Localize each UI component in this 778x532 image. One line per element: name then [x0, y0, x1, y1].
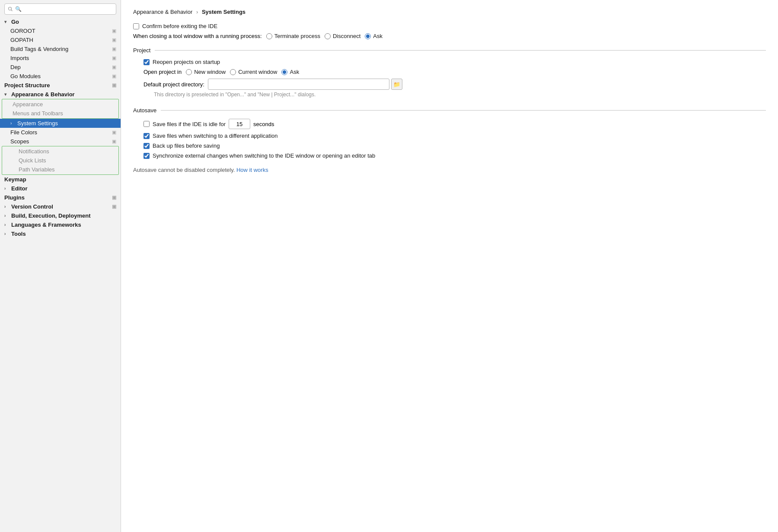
sidebar-item-scopes[interactable]: Scopes▣ [0, 137, 121, 146]
sidebar-item-path-variables[interactable]: Path Variables [2, 165, 118, 174]
ask2-option: Ask [281, 69, 299, 75]
sidebar-item-label: Plugins [4, 194, 25, 201]
save-switch-row: Save files when switching to a different… [143, 133, 766, 139]
sidebar-item-goroot[interactable]: GOROOT▣ [0, 26, 121, 35]
backup-label[interactable]: Back up files before saving [153, 142, 220, 149]
save-switch-checkbox[interactable] [143, 133, 150, 139]
confirm-exit-label[interactable]: Confirm before exiting the IDE [142, 23, 217, 29]
sidebar-item-editor[interactable]: › Editor [0, 184, 121, 193]
arrow-icon: ▾ [4, 19, 10, 24]
ask-option: Ask [365, 33, 383, 39]
sidebar-item-menus-toolbars[interactable]: Menus and Toolbars [2, 109, 118, 118]
sidebar-item-build-tags[interactable]: Build Tags & Vendoring▣ [0, 44, 121, 54]
sidebar-items: ▾ GoGOROOT▣GOPATH▣Build Tags & Vendoring… [0, 17, 121, 238]
project-settings: Reopen projects on startup Open project … [133, 59, 766, 98]
sidebar-item-plugins[interactable]: Plugins▣ [0, 193, 121, 202]
default-dir-label: Default project directory: [143, 81, 204, 88]
browse-dir-button[interactable]: 📁 [391, 79, 402, 90]
current-window-option: Current window [230, 69, 277, 75]
sidebar-item-go-modules[interactable]: Go Modules▣ [0, 72, 121, 81]
arrow-icon: › [4, 222, 10, 227]
sidebar-item-label: Project Structure [4, 82, 50, 89]
confirm-exit-checkbox[interactable] [133, 23, 139, 29]
terminate-label[interactable]: Terminate process [274, 33, 320, 39]
sidebar-item-build-exec-deploy[interactable]: › Build, Execution, Deployment [0, 211, 121, 220]
sidebar-item-project-structure[interactable]: Project Structure▣ [0, 81, 121, 90]
sidebar-item-label: Appearance & Behavior [11, 91, 75, 98]
sidebar-item-languages-frameworks[interactable]: › Languages & Frameworks [0, 220, 121, 229]
terminate-option: Terminate process [266, 33, 320, 39]
ask-label[interactable]: Ask [373, 33, 383, 39]
sidebar-item-label: Editor [11, 185, 28, 192]
sidebar-item-label: Menus and Toolbars [13, 110, 63, 117]
settings-icon: ▣ [112, 82, 116, 88]
settings-icon: ▣ [112, 46, 116, 52]
sidebar-item-appearance-behavior[interactable]: ▾ Appearance & Behavior [0, 90, 121, 99]
confirm-exit-row: Confirm before exiting the IDE [133, 23, 766, 29]
sidebar-item-label: Notifications [19, 148, 49, 155]
current-window-label[interactable]: Current window [238, 69, 277, 75]
settings-icon: ▣ [112, 28, 116, 34]
sync-checkbox[interactable] [143, 153, 150, 159]
arrow-icon: › [4, 186, 10, 191]
save-idle-checkbox[interactable] [143, 121, 150, 127]
new-window-label[interactable]: New window [194, 69, 226, 75]
sidebar-item-label: Go Modules [10, 73, 41, 79]
sidebar-item-label: Dep [10, 64, 21, 70]
dir-input-wrap: 📁 [208, 79, 402, 90]
current-window-radio[interactable] [230, 69, 236, 75]
settings-icon: ▣ [112, 37, 116, 43]
sidebar-item-keymap[interactable]: Keymap [0, 175, 121, 184]
default-dir-input[interactable] [208, 79, 389, 90]
backup-row: Back up files before saving [143, 142, 766, 149]
new-window-radio[interactable] [186, 69, 192, 75]
arrow-icon: › [4, 231, 10, 236]
save-switch-label[interactable]: Save files when switching to a different… [153, 133, 278, 139]
sidebar: ▾ GoGOROOT▣GOPATH▣Build Tags & Vendoring… [0, 0, 121, 532]
breadcrumb: Appearance & Behavior › System Settings [133, 9, 766, 15]
sidebar-item-notifications[interactable]: Notifications [2, 147, 118, 156]
ask2-radio[interactable] [281, 69, 287, 75]
project-section-label: Project [133, 47, 155, 54]
open-project-row: Open project in New window Current windo… [143, 69, 766, 75]
sidebar-item-label: Languages & Frameworks [11, 222, 81, 228]
reopen-label[interactable]: Reopen projects on startup [153, 59, 220, 65]
disconnect-label[interactable]: Disconnect [333, 33, 360, 39]
sidebar-item-quick-lists[interactable]: Quick Lists [2, 156, 118, 165]
arrow-icon: › [4, 213, 10, 218]
autosave-note: Autosave cannot be disabled completely. … [133, 167, 766, 173]
autosave-section-divider: Autosave [133, 107, 766, 114]
sidebar-item-appearance[interactable]: Appearance [2, 100, 118, 109]
open-project-label: Open project in [143, 69, 182, 75]
sidebar-item-system-settings[interactable]: › System Settings [0, 119, 121, 128]
ask-radio[interactable] [365, 33, 371, 39]
save-idle-seconds-input[interactable]: 15 [229, 119, 250, 129]
sidebar-item-label: GOPATH [10, 37, 33, 43]
reopen-checkbox[interactable] [143, 59, 150, 65]
sidebar-item-label: Imports [10, 55, 29, 61]
save-idle-label[interactable]: Save files if the IDE is idle for [153, 121, 226, 127]
save-idle-row: Save files if the IDE is idle for 15 sec… [143, 119, 766, 129]
settings-icon: ▣ [112, 204, 116, 209]
sidebar-item-go[interactable]: ▾ Go [0, 17, 121, 26]
sidebar-item-imports[interactable]: Imports▣ [0, 54, 121, 63]
sidebar-item-label: Scopes [10, 138, 29, 145]
sidebar-item-label: File Colors [10, 129, 37, 136]
how-it-works-link[interactable]: How it works [236, 167, 268, 173]
project-section-divider: Project [133, 47, 766, 54]
autosave-settings: Save files if the IDE is idle for 15 sec… [133, 119, 766, 159]
sidebar-item-tools[interactable]: › Tools [0, 229, 121, 238]
sidebar-item-version-control[interactable]: › Version Control▣ [0, 202, 121, 211]
sidebar-item-file-colors[interactable]: File Colors▣ [0, 128, 121, 137]
sidebar-item-gopath[interactable]: GOPATH▣ [0, 35, 121, 44]
sidebar-item-dep[interactable]: Dep▣ [0, 63, 121, 72]
terminate-radio[interactable] [266, 33, 272, 39]
tool-window-row: When closing a tool window with a runnin… [133, 33, 766, 39]
sidebar-item-label: Tools [11, 231, 26, 237]
sync-label[interactable]: Synchronize external changes when switch… [153, 152, 375, 159]
backup-checkbox[interactable] [143, 143, 150, 149]
sidebar-item-label: Appearance [13, 101, 43, 108]
disconnect-radio[interactable] [325, 33, 331, 39]
search-input[interactable] [4, 3, 116, 15]
ask2-label[interactable]: Ask [290, 69, 299, 75]
